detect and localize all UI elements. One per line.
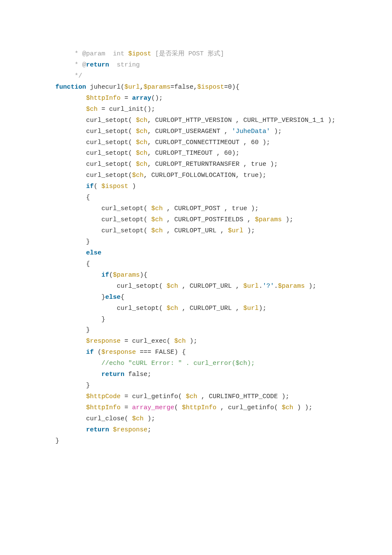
code-line: curl_close( $ch ); — [55, 413, 337, 425]
code-token: $httpInfo — [86, 404, 121, 411]
code-token: curl_setopt( — [101, 205, 151, 212]
code-token — [109, 426, 113, 434]
code-line: } — [55, 325, 337, 336]
code-token: $ch — [151, 205, 163, 212]
code-token: ); — [243, 227, 255, 234]
code-token: $ch — [282, 404, 293, 411]
code-token: ( — [109, 272, 113, 279]
code-line: return false; — [55, 369, 337, 380]
code-token: curl_setopt( — [117, 305, 167, 312]
code-line: { — [55, 259, 337, 270]
code-line: //echo "cURL Error: " . curl_error($ch); — [55, 358, 337, 369]
code-line: curl_setopt($ch, CURLOPT_FOLLOWLOCATION,… — [55, 170, 337, 181]
code-line: if( $ispost ) — [55, 181, 337, 192]
code-token: ; — [147, 426, 151, 434]
code-line: * @param int $ipost [是否采用 POST 形式] — [55, 49, 337, 60]
code-line: curl_setopt( $ch, CURLOPT_USERAGENT , 'J… — [55, 126, 337, 137]
code-token: '?' — [262, 283, 274, 290]
code-token: (); — [151, 95, 163, 102]
code-token: $httpCode — [86, 393, 121, 400]
code-token: $httpInfo — [182, 404, 216, 411]
code-token: $ispost — [197, 84, 224, 91]
code-token: = curl_exec( — [121, 338, 174, 345]
code-token: = — [121, 95, 132, 102]
code-line: */ — [55, 71, 337, 82]
code-token: , CURLOPT_HTTP_VERSION , CURL_HTTP_VERSI… — [147, 117, 335, 124]
code-token: $response — [86, 338, 121, 345]
code-line: if($params){ — [55, 270, 337, 281]
code-line: $response = curl_exec( $ch ); — [55, 336, 337, 347]
code-token: $ch — [136, 117, 147, 124]
code-token: //echo "cURL Error: " . curl_error($ch); — [101, 360, 255, 367]
code-token: ( — [94, 349, 101, 356]
code-token: curl_close( — [86, 415, 132, 422]
code-line: $httpInfo = array(); — [55, 93, 337, 104]
code-line: } — [55, 237, 337, 248]
code-token: , CURLOPT_POSTFIELDS , — [163, 216, 255, 223]
code-token: 'JuheData' — [232, 128, 270, 135]
code-token: $ch — [136, 139, 147, 146]
code-block: * @param int $ipost [是否采用 POST 形式] * @re… — [0, 0, 392, 464]
code-line: curl_setopt( $ch , CURLOPT_URL , $url ); — [55, 225, 337, 237]
code-line: return $response; — [55, 425, 337, 436]
code-token: $ch — [136, 161, 147, 168]
code-token: } — [101, 316, 105, 323]
code-token: { — [86, 194, 90, 201]
code-token: , CURLOPT_USERAGENT , — [147, 128, 232, 135]
code-token: $ch — [136, 150, 147, 157]
code-token: = curl_init(); — [98, 106, 155, 113]
code-line: curl_setopt( $ch, CURLOPT_RETURNTRANSFER… — [55, 159, 337, 170]
code-line: curl_setopt( $ch , CURLOPT_URL , $url); — [55, 303, 337, 314]
code-line: } — [55, 380, 337, 391]
code-token: curl_setopt( — [117, 283, 167, 290]
code-token: =false, — [170, 84, 197, 91]
code-token: return — [101, 371, 124, 378]
code-token: ); — [144, 415, 155, 422]
code-token: return — [86, 61, 109, 69]
code-token: ); — [270, 128, 282, 135]
code-token: curl_setopt( — [101, 227, 151, 234]
code-token: $ch — [86, 106, 98, 113]
code-token: === FALSE) { — [136, 349, 186, 356]
code-token: curl_setopt( — [86, 172, 132, 179]
code-token: else — [86, 249, 101, 257]
code-token: ); — [305, 283, 316, 290]
code-token: $response — [101, 349, 136, 356]
code-token: ); — [186, 338, 197, 345]
code-token: = — [121, 404, 132, 411]
code-line: curl_setopt( $ch , CURLOPT_URL , $url.'?… — [55, 281, 337, 292]
code-line: curl_setopt( $ch, CURLOPT_TIMEOUT , 60); — [55, 148, 337, 159]
code-token: return — [86, 426, 109, 434]
code-token: , CURLOPT_RETURNTRANSFER , true ); — [147, 161, 278, 168]
code-token: */ — [71, 72, 82, 80]
code-line: } — [55, 436, 337, 447]
code-token: $httpInfo — [86, 95, 121, 102]
code-token: $ispost — [101, 183, 128, 190]
code-token: $params — [255, 216, 282, 223]
code-token: $ch — [136, 128, 147, 135]
code-token: } — [86, 327, 90, 334]
code-line: * @return string — [55, 60, 337, 71]
code-token: , CURLINFO_HTTP_CODE ); — [197, 393, 289, 400]
code-token: $ipost — [128, 50, 151, 58]
code-token: if — [86, 183, 94, 190]
code-token: ) ); — [293, 404, 312, 411]
code-token: $params — [278, 283, 305, 290]
code-token: , CURLOPT_FOLLOWLOCATION, true); — [144, 172, 266, 179]
code-token: curl_setopt( — [86, 139, 136, 146]
code-token: string — [109, 61, 140, 69]
code-token: , CURLOPT_URL , — [178, 283, 243, 290]
code-token: array — [132, 95, 151, 102]
code-line: $httpCode = curl_getinfo( $ch , CURLINFO… — [55, 391, 337, 402]
code-token: ); — [282, 216, 293, 223]
code-line: $httpInfo = array_merge( $httpInfo , cur… — [55, 402, 337, 413]
code-token: if — [86, 349, 94, 356]
code-line: } — [55, 314, 337, 325]
code-token: = curl_getinfo( — [121, 393, 186, 400]
code-token: } — [55, 437, 59, 445]
code-line: }else{ — [55, 292, 337, 303]
code-token: =0){ — [224, 84, 239, 91]
code-token: $ch — [174, 338, 186, 345]
code-token: juhecurl( — [86, 84, 124, 91]
code-token: $params — [144, 84, 170, 91]
